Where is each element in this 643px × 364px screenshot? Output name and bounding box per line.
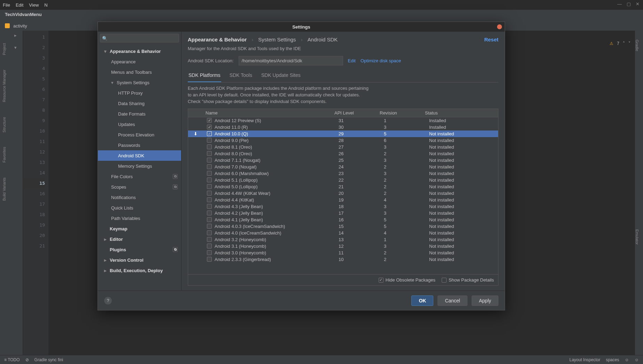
project-panel[interactable]: ▸ ▾ (8, 31, 23, 355)
table-row[interactable]: Android 7.0 (Nougat)242Not installed (188, 164, 498, 170)
table-row[interactable]: Android 4.3 (Jelly Bean)183Not installed (188, 203, 498, 210)
tree-node[interactable]: Appearance (98, 56, 181, 67)
tree-node[interactable]: Memory Settings (98, 161, 181, 171)
editor-tab[interactable]: activity (13, 23, 27, 29)
sdk-table-body[interactable]: Android 12 Preview (S)311InstalledAndroi… (188, 117, 498, 274)
smiley-icon[interactable]: ☺ (625, 357, 629, 362)
row-checkbox[interactable] (207, 197, 212, 202)
smiley-icon[interactable]: ☺ (635, 357, 639, 362)
col-name[interactable]: Name (188, 110, 334, 116)
tool-favorites[interactable]: Favorites (2, 145, 6, 165)
table-row[interactable]: Android 3.1 (Honeycomb)123Not installed (188, 243, 498, 250)
table-row[interactable]: Android 4.2 (Jelly Bean)173Not installed (188, 210, 498, 216)
tree-node[interactable]: Plugins⧉ (98, 244, 181, 255)
tree-node[interactable]: ▾System Settings (98, 77, 181, 88)
row-checkbox[interactable] (207, 217, 212, 222)
col-rev[interactable]: Revision (380, 110, 425, 116)
row-checkbox[interactable] (207, 230, 212, 235)
tree-node[interactable]: ▾Appearance & Behavior (98, 46, 181, 56)
tree-node[interactable]: Passwords (98, 140, 181, 150)
sdk-tab[interactable]: SDK Update Sites (261, 70, 301, 82)
tree-node[interactable]: Menus and Toolbars (98, 67, 181, 77)
sdk-tab[interactable]: SDK Platforms (188, 70, 221, 82)
table-row[interactable]: ⬇Android 10.0 (Q)295Not installed (188, 130, 498, 137)
status-layout-inspector[interactable]: Layout Inspector (570, 357, 601, 362)
tool-build[interactable]: Build Variants (2, 175, 6, 203)
row-checkbox[interactable] (207, 184, 212, 189)
table-row[interactable]: Android 6.0 (Marshmallow)233Not installe… (188, 170, 498, 177)
close-icon[interactable] (497, 24, 502, 29)
sdk-tab[interactable]: SDK Tools (229, 70, 253, 82)
crumb-2[interactable]: Android SDK (308, 37, 338, 42)
row-checkbox[interactable] (207, 164, 212, 169)
sdk-location-input[interactable] (239, 56, 343, 65)
table-row[interactable]: Android 4.0 (IceCreamSandwich)144Not ins… (188, 230, 498, 236)
status-todo[interactable]: ≡ TODO (4, 357, 20, 362)
tree-node[interactable]: ▸Editor (98, 234, 181, 244)
settings-search-input[interactable] (100, 34, 179, 42)
table-row[interactable]: Android 5.0 (Lollipop)212Not installed (188, 183, 498, 190)
table-row[interactable]: Android 12 Preview (S)311Installed (188, 117, 498, 124)
tree-node[interactable]: Date Formats (98, 109, 181, 119)
menu-edit[interactable]: Edit (16, 2, 23, 8)
col-api[interactable]: API Level (334, 110, 380, 116)
tool-structure[interactable]: Structure (2, 115, 6, 135)
row-checkbox[interactable] (207, 138, 212, 143)
optimize-link[interactable]: Optimize disk space (361, 58, 401, 63)
hide-obsolete-checkbox[interactable]: Hide Obsolete Packages (379, 277, 435, 283)
row-checkbox[interactable] (207, 244, 212, 248)
tool-project[interactable]: Project (2, 41, 6, 57)
row-checkbox[interactable] (207, 171, 212, 176)
crumb-root[interactable]: Appearance & Behavior (188, 37, 247, 42)
menu-file[interactable]: File (3, 2, 10, 8)
chevron-down-icon[interactable]: ▾ (14, 45, 17, 50)
tree-node[interactable]: Process Elevation (98, 129, 181, 140)
table-row[interactable]: Android 3.2 (Honeycomb)131Not installed (188, 236, 498, 243)
tool-resource[interactable]: Resource Manager (2, 68, 6, 104)
tree-node[interactable]: Keymap (98, 223, 181, 234)
dialog-titlebar[interactable]: Settings (98, 22, 505, 32)
tool-gradle[interactable]: Gradle (635, 38, 639, 53)
table-row[interactable]: Android 2.3.3 (Gingerbread)102Not instal… (188, 256, 498, 263)
help-icon[interactable]: ? (104, 297, 112, 304)
tree-node[interactable]: Path Variables (98, 213, 181, 223)
minimize-icon[interactable]: — (617, 1, 622, 7)
tree-node[interactable]: Data Sharing (98, 98, 181, 109)
tree-node[interactable]: ▸Version Control (98, 255, 181, 265)
row-checkbox[interactable] (207, 151, 212, 156)
tree-node[interactable]: Notifications (98, 192, 181, 203)
close-window-icon[interactable]: ✕ (636, 1, 640, 7)
row-checkbox[interactable] (207, 237, 212, 242)
tree-node[interactable]: Updates (98, 119, 181, 129)
menu-more[interactable]: N (44, 2, 47, 8)
row-checkbox[interactable] (207, 250, 212, 255)
tool-emulator[interactable]: Emulator (635, 227, 639, 247)
tree-node[interactable]: Scopes⧉ (98, 182, 181, 192)
maximize-icon[interactable]: ▢ (627, 1, 631, 7)
cancel-button[interactable]: Cancel (437, 295, 467, 306)
table-row[interactable]: Android 3.0 (Honeycomb)112Not installed (188, 250, 498, 256)
table-row[interactable]: Android 4.0.3 (IceCreamSandwich)155Not i… (188, 223, 498, 230)
row-checkbox[interactable] (207, 177, 212, 182)
row-checkbox[interactable] (207, 204, 212, 209)
tree-node[interactable]: Android SDK (98, 150, 181, 161)
apply-button[interactable]: Apply (472, 295, 498, 306)
table-row[interactable]: Android 4.4W (KitKat Wear)202Not install… (188, 190, 498, 197)
table-row[interactable]: Android 8.0 (Oreo)262Not installed (188, 150, 498, 157)
tree-node[interactable]: HTTP Proxy (98, 88, 181, 98)
table-row[interactable]: Android 5.1 (Lollipop)222Not installed (188, 177, 498, 183)
table-row[interactable]: Android 11.0 (R)303Installed (188, 124, 498, 130)
menu-view[interactable]: View (29, 2, 39, 8)
row-checkbox[interactable] (207, 131, 212, 136)
row-checkbox[interactable] (207, 257, 212, 262)
row-checkbox[interactable] (207, 118, 212, 123)
crumb-1[interactable]: System Settings (258, 37, 296, 42)
show-details-checkbox[interactable]: Show Package Details (442, 277, 494, 283)
table-row[interactable]: Android 7.1.1 (Nougat)253Not installed (188, 157, 498, 164)
tree-node[interactable]: File Colors⧉ (98, 171, 181, 182)
table-row[interactable]: Android 4.4 (KitKat)194Not installed (188, 197, 498, 203)
chevron-right-icon[interactable]: ▸ (14, 33, 17, 38)
tree-node[interactable]: Quick Lists (98, 203, 181, 213)
table-row[interactable]: Android 8.1 (Oreo)273Not installed (188, 144, 498, 150)
reset-link[interactable]: Reset (484, 37, 498, 42)
